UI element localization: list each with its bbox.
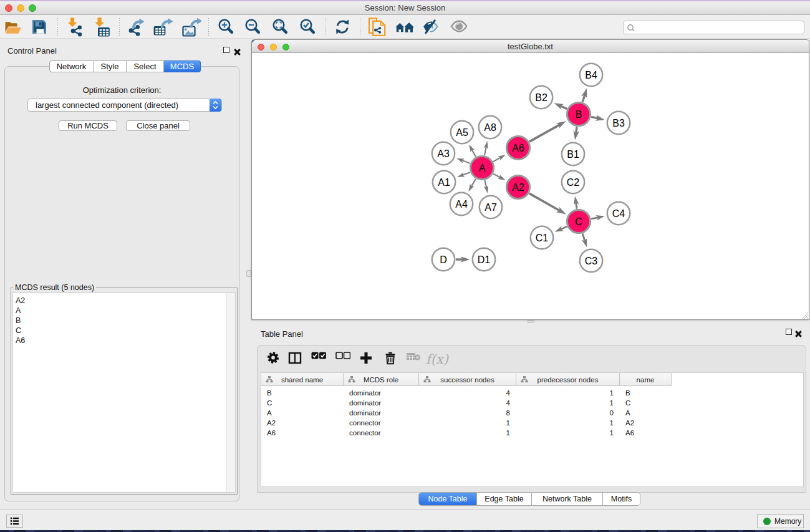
- export-table-icon[interactable]: [151, 17, 171, 37]
- network-graph[interactable]: B4B2BB3A8A5A6A3B1AC2A1A2A4A7C4CC1C3DD1: [252, 53, 809, 319]
- table-cell[interactable]: dominator: [344, 398, 419, 408]
- tab-style[interactable]: Style: [94, 60, 127, 72]
- zoom-fit-icon[interactable]: [270, 17, 290, 37]
- import-url-icon[interactable]: [367, 17, 387, 37]
- graph-edge-A-A3[interactable]: [461, 160, 470, 163]
- graph-edge-A-A1[interactable]: [462, 172, 470, 175]
- table-cell[interactable]: C: [620, 398, 672, 408]
- deselect-all-icon[interactable]: [335, 351, 350, 362]
- table-cell[interactable]: connector: [344, 418, 419, 428]
- graph-edge-A-A2[interactable]: [493, 174, 501, 178]
- show-all-networks-icon[interactable]: [393, 17, 413, 37]
- tab-edge-table[interactable]: Edge Table: [476, 493, 531, 505]
- graph-edge-A-A8[interactable]: [485, 147, 486, 155]
- graph-edge-C-C3[interactable]: [582, 234, 585, 242]
- table-cell[interactable]: dominator: [344, 388, 419, 398]
- table-cell[interactable]: 4: [419, 388, 516, 398]
- table-row[interactable]: A6connector11A6: [261, 428, 672, 438]
- vertical-splitter-grip[interactable]: [246, 270, 251, 277]
- table-cell[interactable]: B: [261, 388, 344, 398]
- tab-network[interactable]: Network: [49, 60, 94, 72]
- close-panel-button[interactable]: Close panel: [126, 120, 190, 131]
- table-cell[interactable]: 8: [419, 408, 516, 418]
- column-header-MCDS-role[interactable]: MCDS role: [344, 373, 419, 386]
- graph-edge-B-B1[interactable]: [576, 127, 577, 133]
- table-cell[interactable]: A: [620, 408, 672, 418]
- open-folder-icon[interactable]: [3, 17, 23, 37]
- search-input[interactable]: [637, 22, 799, 33]
- table-cell[interactable]: B: [620, 388, 672, 398]
- delete-table-icon[interactable]: [406, 351, 421, 364]
- column-header-name[interactable]: name: [620, 373, 672, 386]
- table-cell[interactable]: 0: [516, 408, 620, 418]
- graph-edge-A-A6[interactable]: [493, 157, 501, 162]
- delete-column-icon[interactable]: [384, 351, 397, 367]
- table-cell[interactable]: A2: [620, 418, 672, 428]
- table-cell[interactable]: A6: [620, 428, 672, 438]
- graph-edge-B-B2[interactable]: [560, 106, 567, 109]
- graph-edge-A6-B[interactable]: [529, 125, 560, 142]
- split-columns-icon[interactable]: [288, 351, 302, 367]
- save-icon[interactable]: [29, 17, 49, 37]
- table-cell[interactable]: 1: [516, 388, 620, 398]
- graph-edge-B-B3[interactable]: [591, 117, 599, 118]
- graph-edge-C-C2[interactable]: [576, 202, 577, 209]
- table-cell[interactable]: A: [261, 408, 344, 418]
- float-panel-icon[interactable]: [223, 47, 229, 53]
- settings-icon[interactable]: [267, 351, 279, 367]
- hide-selected-icon[interactable]: [420, 17, 440, 37]
- table-cell[interactable]: 1: [516, 398, 620, 408]
- mcds-result-item[interactable]: B: [13, 316, 235, 326]
- select-all-icon[interactable]: [311, 351, 326, 362]
- run-mcds-button[interactable]: Run MCDS: [59, 120, 117, 131]
- table-row[interactable]: Bdominator41B: [261, 388, 672, 398]
- graph-edge-A-A4[interactable]: [471, 179, 475, 187]
- add-column-icon[interactable]: [359, 351, 373, 367]
- import-network-icon[interactable]: [65, 17, 85, 37]
- refresh-icon[interactable]: [332, 17, 352, 37]
- graph-edge-A-A7[interactable]: [485, 180, 486, 188]
- graph-edge-C-C4[interactable]: [591, 217, 599, 218]
- table-cell[interactable]: dominator: [344, 408, 419, 418]
- table-cell[interactable]: A2: [261, 418, 344, 428]
- mcds-result-item[interactable]: A2: [13, 296, 235, 306]
- network-resize-grip[interactable]: [801, 312, 808, 319]
- table-cell[interactable]: connector: [344, 428, 419, 438]
- column-header-shared-name[interactable]: shared name: [261, 373, 344, 386]
- float-panel-icon[interactable]: [786, 329, 792, 335]
- table-cell[interactable]: 4: [419, 398, 516, 408]
- graph-edge-A2-C[interactable]: [529, 193, 561, 211]
- close-panel-icon[interactable]: [234, 47, 241, 54]
- table-cell[interactable]: C: [261, 398, 344, 408]
- tab-motifs[interactable]: Motifs: [602, 493, 640, 505]
- column-header-successor-nodes[interactable]: successor nodes: [419, 373, 516, 386]
- export-network-icon[interactable]: [125, 17, 145, 37]
- table-cell[interactable]: 1: [419, 428, 516, 438]
- task-history-button[interactable]: [6, 515, 23, 528]
- table-row[interactable]: Adominator80A: [261, 408, 672, 418]
- export-image-icon[interactable]: [178, 17, 198, 37]
- graph-edge-A-A5[interactable]: [471, 149, 476, 157]
- horizontal-splitter-grip[interactable]: [528, 320, 534, 323]
- zoom-selected-icon[interactable]: [297, 17, 317, 37]
- tab-mcds[interactable]: MCDS: [164, 60, 201, 72]
- tab-node-table[interactable]: Node Table: [419, 493, 476, 505]
- table-cell[interactable]: 1: [516, 428, 620, 438]
- scrollbar-track[interactable]: [226, 293, 235, 492]
- zoom-out-icon[interactable]: [243, 17, 263, 37]
- mcds-result-item[interactable]: C: [13, 326, 235, 336]
- table-row[interactable]: Cdominator41C: [261, 398, 672, 408]
- mcds-result-item[interactable]: A: [13, 306, 235, 316]
- table-cell[interactable]: A6: [261, 428, 344, 438]
- tab-select[interactable]: Select: [127, 60, 164, 72]
- criterion-dropdown[interactable]: largest connected component (directed): [27, 99, 222, 112]
- table-cell[interactable]: 1: [419, 418, 516, 428]
- graph-edge-C-C1[interactable]: [561, 226, 567, 230]
- table-row[interactable]: A2connector11A2: [261, 418, 672, 428]
- function-builder-icon[interactable]: f(x): [425, 351, 450, 370]
- table-cell[interactable]: 1: [516, 418, 620, 428]
- zoom-in-icon[interactable]: [216, 17, 236, 37]
- mcds-result-item[interactable]: A6: [13, 336, 235, 346]
- tab-network-table[interactable]: Network Table: [531, 493, 602, 505]
- show-selected-icon[interactable]: [446, 17, 466, 37]
